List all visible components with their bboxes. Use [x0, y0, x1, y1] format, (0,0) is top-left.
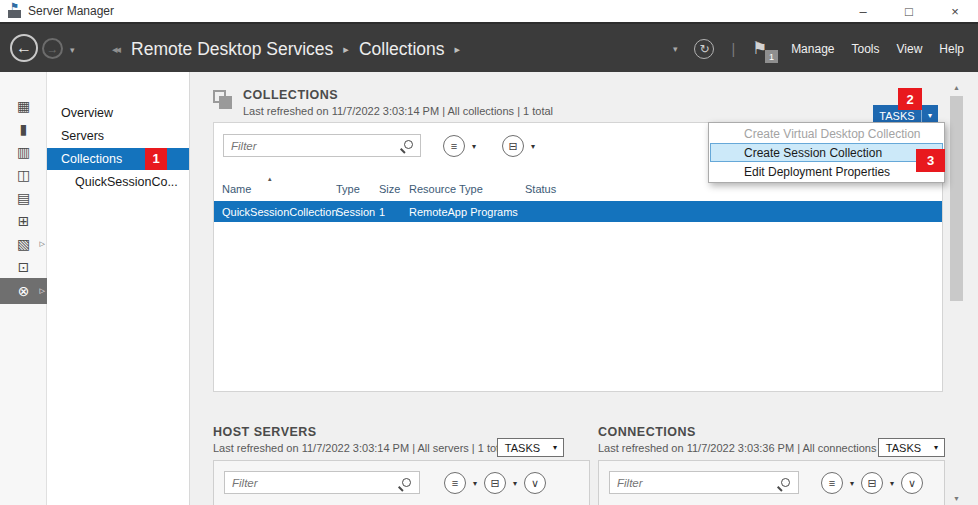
- services-icon[interactable]: ▤: [0, 186, 47, 209]
- cell-type: Session: [336, 206, 379, 218]
- menu-manage[interactable]: Manage: [791, 42, 834, 56]
- connections-panel: ≡ ▾ ⊟ ▾ ∨: [598, 460, 945, 505]
- servers-group-icon[interactable]: ▧ ▷: [0, 232, 47, 255]
- column-type[interactable]: Type: [336, 183, 379, 195]
- chevron-down-icon[interactable]: ▾: [850, 479, 854, 488]
- breadcrumb-separator-icon: ▸: [343, 43, 349, 56]
- list-view-icon[interactable]: ≡: [821, 472, 843, 494]
- connections-title: CONNECTIONS: [598, 425, 696, 439]
- tasks-dropdown-menu: Create Virtual Desktop Collection Create…: [708, 122, 945, 183]
- sidebar-nav: Overview Servers Collections 1 QuickSess…: [47, 72, 190, 505]
- column-status[interactable]: Status: [525, 183, 942, 195]
- title-bar: ⚑ Server Manager – □ ×: [0, 0, 978, 22]
- chevron-down-icon: ▾: [922, 111, 938, 120]
- annotation-badge-1: 1: [145, 148, 167, 170]
- refresh-icon[interactable]: ↻: [694, 39, 714, 59]
- host-servers-tasks-button[interactable]: TASKS ▾: [497, 438, 564, 457]
- nav-divider: |: [731, 41, 735, 57]
- breadcrumb-collections[interactable]: Collections: [359, 39, 445, 60]
- cell-name: QuickSessionCollection: [222, 206, 336, 218]
- network-icon[interactable]: ⊞: [0, 209, 47, 232]
- notification-count-badge: 1: [765, 50, 778, 63]
- connections-refreshed-text: Last refreshed on 11/7/2022 3:03:36 PM |…: [598, 442, 892, 454]
- save-query-icon[interactable]: ⊟: [861, 472, 883, 494]
- maximize-button[interactable]: □: [886, 0, 932, 22]
- connections-tasks-button[interactable]: TASKS ▾: [878, 438, 945, 457]
- list-view-icon[interactable]: ≡: [444, 472, 466, 494]
- expand-icon[interactable]: ▷: [40, 240, 45, 248]
- breadcrumb-collapse-icon[interactable]: ◂◂: [112, 43, 119, 56]
- menu-item-create-session-collection[interactable]: Create Session Collection: [710, 143, 943, 162]
- breadcrumb: ◂◂ Remote Desktop Services ▸ Collections…: [112, 24, 460, 74]
- all-servers-icon[interactable]: ▥: [0, 140, 47, 163]
- column-name[interactable]: Name: [222, 183, 336, 195]
- table-row[interactable]: QuickSessionCollection Session 1 RemoteA…: [214, 201, 942, 222]
- column-size[interactable]: Size: [379, 183, 409, 195]
- sidebar-item-collections[interactable]: Collections 1: [47, 148, 189, 170]
- main-content: COLLECTIONS Last refreshed on 11/7/2022 …: [190, 72, 978, 505]
- minimize-button[interactable]: –: [840, 0, 886, 22]
- collections-title: COLLECTIONS: [243, 88, 338, 102]
- list-view-icon[interactable]: ≡: [443, 135, 465, 157]
- collapse-panel-icon[interactable]: ∨: [901, 472, 923, 494]
- search-icon: [781, 478, 790, 487]
- window-title: Server Manager: [28, 4, 114, 18]
- annotation-badge-2: 2: [898, 88, 922, 110]
- search-icon: [404, 140, 413, 149]
- host-servers-title: HOST SERVERS: [213, 425, 317, 439]
- annotation-badge-3: 3: [916, 149, 945, 172]
- scrollbar-thumb[interactable]: [950, 96, 963, 301]
- search-icon: [402, 478, 411, 487]
- save-query-icon[interactable]: ⊟: [502, 135, 524, 157]
- breadcrumb-separator-icon: ▸: [455, 43, 461, 56]
- menu-item-create-virtual-desktop-collection: Create Virtual Desktop Collection: [710, 124, 943, 143]
- sidebar-item-servers[interactable]: Servers: [47, 125, 189, 147]
- expand-icon[interactable]: ▷: [40, 287, 45, 295]
- scroll-down-icon[interactable]: ▼: [948, 491, 965, 505]
- sidebar-item-quicksessioncollection[interactable]: QuickSessionCo...: [47, 171, 189, 193]
- sidebar-item-overview[interactable]: Overview: [47, 102, 189, 124]
- collections-refreshed-text: Last refreshed on 11/7/2022 3:03:14 PM |…: [243, 105, 553, 117]
- events-icon[interactable]: ⊡: [0, 255, 47, 278]
- vertical-scrollbar[interactable]: ▲ ▼: [948, 80, 965, 505]
- chevron-down-icon[interactable]: ▾: [472, 142, 476, 151]
- chevron-down-icon[interactable]: ▾: [890, 479, 894, 488]
- back-button[interactable]: ←: [10, 34, 38, 62]
- collections-tile-icon: [213, 90, 235, 112]
- chevron-down-icon[interactable]: ▾: [513, 479, 517, 488]
- chevron-down-icon[interactable]: ▾: [531, 142, 535, 151]
- host-servers-panel: ≡ ▾ ⊟ ▾ ∨: [213, 460, 590, 505]
- close-button[interactable]: ×: [932, 0, 978, 22]
- connections-filter-input[interactable]: [609, 471, 799, 494]
- sidebar-icon-strip: ▦ ▮ ▥ ◫ ▤ ⊞ ▧ ▷ ⊡ ⊗ ▷: [0, 72, 47, 505]
- notification-flag-icon[interactable]: ⚑ 1: [752, 35, 774, 63]
- collapse-panel-icon[interactable]: ∨: [524, 472, 546, 494]
- menu-tools[interactable]: Tools: [852, 42, 880, 56]
- column-resource-type[interactable]: Resource Type: [409, 183, 525, 195]
- history-dropdown-icon[interactable]: ▾: [70, 45, 75, 55]
- host-servers-refreshed-text: Last refreshed on 11/7/2022 3:03:14 PM |…: [213, 442, 508, 454]
- cell-resource-type: RemoteApp Programs: [409, 206, 525, 218]
- save-query-icon[interactable]: ⊟: [484, 472, 506, 494]
- scroll-up-icon[interactable]: ▲: [948, 80, 965, 94]
- collections-filter-input[interactable]: [223, 134, 421, 157]
- file-storage-icon[interactable]: ◫: [0, 163, 47, 186]
- remote-desktop-services-icon[interactable]: ⊗ ▷: [0, 278, 47, 304]
- chevron-down-icon[interactable]: ▾: [473, 479, 477, 488]
- cell-status: [525, 206, 942, 218]
- menu-help[interactable]: Help: [939, 42, 964, 56]
- host-servers-filter-input[interactable]: [224, 471, 420, 494]
- cell-size: 1: [379, 206, 409, 218]
- navigation-bar: ← → ▾ ◂◂ Remote Desktop Services ▸ Colle…: [0, 22, 978, 72]
- breadcrumb-remote-desktop-services[interactable]: Remote Desktop Services: [131, 39, 333, 60]
- dashboard-icon[interactable]: ▦: [0, 94, 47, 117]
- menu-view[interactable]: View: [897, 42, 923, 56]
- chevron-down-icon: ▾: [547, 443, 563, 452]
- menu-item-edit-deployment-properties[interactable]: Edit Deployment Properties: [710, 162, 943, 181]
- server-manager-logo-icon: ⚑: [8, 4, 22, 18]
- notifications-dropdown-icon[interactable]: ▾: [673, 44, 678, 54]
- chevron-down-icon: ▾: [928, 443, 944, 452]
- forward-button[interactable]: →: [42, 38, 63, 59]
- local-server-icon[interactable]: ▮: [0, 117, 47, 140]
